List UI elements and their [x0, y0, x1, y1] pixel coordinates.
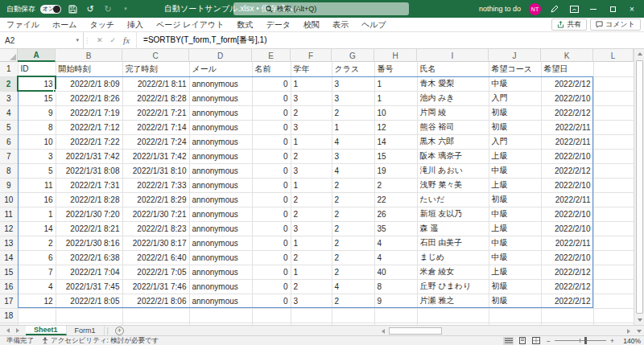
- cell-I16[interactable]: 丘野 ひまわり: [417, 279, 489, 294]
- cell-F10[interactable]: 2: [291, 192, 332, 207]
- row-header-4[interactable]: 4: [0, 105, 18, 120]
- cell-C4[interactable]: 2022/2/1 7:21: [122, 105, 189, 120]
- cell-J2[interactable]: 中級: [489, 76, 541, 91]
- cell-B3[interactable]: 2022/2/1 8:26: [56, 91, 122, 105]
- cell-J17[interactable]: 初級: [489, 294, 541, 308]
- cell-E17[interactable]: 0: [252, 294, 291, 308]
- cell-L7[interactable]: [593, 149, 634, 163]
- scroll-right-icon[interactable]: [624, 327, 633, 335]
- cell-E3[interactable]: 0: [252, 91, 291, 105]
- column-header-K[interactable]: K: [541, 49, 593, 62]
- cell-K18[interactable]: [541, 308, 593, 322]
- menu-tab-7[interactable]: 校閲: [297, 18, 326, 32]
- zoom-out-icon[interactable]: −: [547, 337, 551, 345]
- cell-G17[interactable]: 2: [332, 294, 374, 308]
- cell-G2[interactable]: 3: [332, 76, 374, 91]
- cell-G16[interactable]: 4: [332, 279, 374, 294]
- namebox-dropdown-icon[interactable]: ▾: [76, 37, 79, 43]
- zoom-in-icon[interactable]: +: [610, 337, 614, 345]
- cell-J8[interactable]: 中級: [489, 163, 541, 178]
- cell-E10[interactable]: 0: [252, 192, 291, 207]
- cell-D18[interactable]: [189, 308, 252, 322]
- cell-J13[interactable]: 中級: [489, 236, 541, 250]
- cell-I8[interactable]: 滝川 あおい: [417, 163, 489, 178]
- cell-F13[interactable]: 1: [291, 236, 332, 250]
- row-header-3[interactable]: 3: [0, 91, 18, 105]
- cell-L10[interactable]: [593, 192, 634, 207]
- column-header-J[interactable]: J: [489, 49, 541, 62]
- cell-A4[interactable]: 9: [18, 105, 56, 120]
- cell-G3[interactable]: 3: [332, 91, 374, 105]
- cell-G13[interactable]: 2: [332, 236, 374, 250]
- column-header-A[interactable]: A: [18, 49, 56, 62]
- row-header-11[interactable]: 11: [0, 207, 18, 221]
- cell-L3[interactable]: [593, 91, 634, 105]
- cell-F11[interactable]: 2: [291, 207, 332, 221]
- insert-function-icon[interactable]: fx: [123, 35, 130, 45]
- row-header-9[interactable]: 9: [0, 178, 18, 192]
- cell-C8[interactable]: 2022/1/31 8:10: [122, 163, 189, 178]
- cell-K11[interactable]: 2022/2/10: [541, 207, 593, 221]
- vertical-scroll-thumb[interactable]: [636, 60, 643, 314]
- cell-F7[interactable]: 2: [291, 149, 332, 163]
- cell-E16[interactable]: 0: [252, 279, 291, 294]
- cell-K4[interactable]: 2022/2/12: [541, 105, 593, 120]
- menu-tab-2[interactable]: タッチ: [83, 18, 121, 32]
- cell-D2[interactable]: annonymous: [189, 76, 252, 91]
- cell-C9[interactable]: 2022/2/1 7:33: [122, 178, 189, 192]
- cell-K13[interactable]: 2022/2/11: [541, 236, 593, 250]
- cell-L13[interactable]: [593, 236, 634, 250]
- cell-H7[interactable]: 15: [374, 149, 417, 163]
- menu-tab-3[interactable]: 挿入: [121, 18, 150, 32]
- cell-E5[interactable]: 0: [252, 120, 291, 134]
- cell-F6[interactable]: 1: [291, 134, 332, 149]
- cell-K7[interactable]: 2022/2/10: [541, 149, 593, 163]
- row-header-16[interactable]: 16: [0, 279, 18, 294]
- cell-L17[interactable]: [593, 294, 634, 308]
- cell-J15[interactable]: 上級: [489, 265, 541, 279]
- cell-H3[interactable]: 1: [374, 91, 417, 105]
- scroll-up-icon[interactable]: [634, 49, 644, 59]
- column-header-D[interactable]: D: [189, 49, 252, 62]
- cell-D14[interactable]: annonymous: [189, 250, 252, 265]
- save-icon[interactable]: [66, 3, 79, 14]
- cell-A10[interactable]: 16: [18, 192, 56, 207]
- cell-L18[interactable]: [593, 308, 634, 322]
- cell-B9[interactable]: 2022/2/1 7:31: [56, 178, 122, 192]
- cell-G10[interactable]: 2: [332, 192, 374, 207]
- cell-B2[interactable]: 2022/2/1 8:09: [56, 76, 122, 91]
- cell-I9[interactable]: 浅野 菜々美: [417, 178, 489, 192]
- cell-K2[interactable]: 2022/2/12: [541, 76, 593, 91]
- new-sheet-button[interactable]: +: [115, 327, 124, 335]
- cell-F15[interactable]: 1: [291, 265, 332, 279]
- horizontal-scroll-thumb[interactable]: [389, 327, 442, 335]
- cell-G8[interactable]: 4: [332, 163, 374, 178]
- row-header-1[interactable]: 1: [0, 62, 18, 76]
- column-header-F[interactable]: F: [291, 49, 332, 62]
- cell-L15[interactable]: [593, 265, 634, 279]
- cell-A13[interactable]: 2: [18, 236, 56, 250]
- cell-A16[interactable]: 4: [18, 279, 56, 294]
- cell-G7[interactable]: 3: [332, 149, 374, 163]
- cell-I4[interactable]: 片岡 綾: [417, 105, 489, 120]
- row-header-8[interactable]: 8: [0, 163, 18, 178]
- cell-C10[interactable]: 2022/2/1 8:29: [122, 192, 189, 207]
- cell-H4[interactable]: 10: [374, 105, 417, 120]
- cell-D3[interactable]: annonymous: [189, 91, 252, 105]
- cell-H1[interactable]: 番号: [374, 62, 417, 76]
- cell-D8[interactable]: annonymous: [189, 163, 252, 178]
- cell-F3[interactable]: 3: [291, 91, 332, 105]
- menu-tab-6[interactable]: データ: [260, 18, 297, 32]
- cell-B7[interactable]: 2022/1/31 7:42: [56, 149, 122, 163]
- cell-I5[interactable]: 熊谷 裕司: [417, 120, 489, 134]
- cell-J10[interactable]: 初級: [489, 192, 541, 207]
- cell-J9[interactable]: 上級: [489, 178, 541, 192]
- row-header-15[interactable]: 15: [0, 265, 18, 279]
- cell-D6[interactable]: annonymous: [189, 134, 252, 149]
- cell-E4[interactable]: 0: [252, 105, 291, 120]
- cell-C13[interactable]: 2022/1/30 8:17: [122, 236, 189, 250]
- cell-C6[interactable]: 2022/2/1 7:24: [122, 134, 189, 149]
- cell-G12[interactable]: 2: [332, 221, 374, 236]
- cell-H12[interactable]: 35: [374, 221, 417, 236]
- cell-K1[interactable]: 希望日: [541, 62, 593, 76]
